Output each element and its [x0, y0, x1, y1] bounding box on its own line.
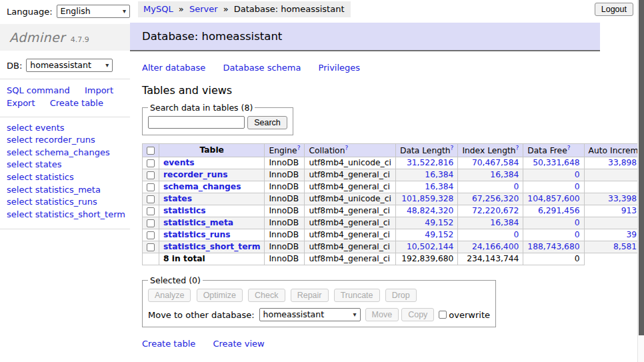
- data-free-link[interactable]: 0: [575, 230, 580, 239]
- total-label: 8 in total: [159, 253, 265, 265]
- language-select[interactable]: English ▾: [57, 5, 130, 18]
- column-header-data-free: Data Free?: [523, 144, 584, 157]
- table-link[interactable]: statistics_runs: [163, 230, 231, 239]
- row-checkbox[interactable]: [147, 183, 155, 191]
- overwrite-checkbox[interactable]: [439, 311, 447, 319]
- db-select[interactable]: homeassistant ▾: [26, 59, 113, 72]
- analyze-button[interactable]: Analyze: [148, 289, 191, 302]
- breadcrumb-link-mysql[interactable]: MySQL: [143, 4, 173, 14]
- drop-button[interactable]: Drop: [385, 289, 417, 302]
- data-length-link[interactable]: 16,384: [425, 170, 453, 179]
- index-length-link[interactable]: 72,220,672: [472, 206, 519, 215]
- index-length-link[interactable]: 24,166,400: [472, 242, 519, 251]
- index-length-link[interactable]: 16,384: [490, 170, 519, 179]
- data-free-link[interactable]: 188,743,680: [527, 242, 579, 251]
- index-length-link[interactable]: 70,467,584: [472, 158, 519, 167]
- engine-cell: InnoDB: [265, 181, 305, 193]
- help-link[interactable]: ?: [345, 145, 348, 151]
- sidebar-item-select-statistics-short-term[interactable]: select statistics_short_term: [7, 209, 130, 221]
- sidebar-item-select-recorder-runs[interactable]: select recorder_runs: [7, 134, 130, 147]
- row-checkbox[interactable]: [147, 195, 155, 203]
- database-action-links: Alter database Database schema Privilege…: [142, 63, 644, 73]
- select-all-checkbox[interactable]: [147, 147, 155, 155]
- sidebar-link-import[interactable]: Import: [85, 85, 113, 95]
- move-button[interactable]: Move: [365, 308, 399, 321]
- data-length-link[interactable]: 49,152: [425, 218, 453, 227]
- breadcrumb-link-server[interactable]: Server: [189, 4, 218, 14]
- logout-button[interactable]: Logout: [595, 3, 633, 16]
- collation-cell: utf8mb4_general_ci: [305, 217, 396, 229]
- create-view-link[interactable]: Create view: [213, 339, 264, 349]
- truncate-button[interactable]: Truncate: [334, 289, 380, 302]
- index-length-link[interactable]: 16,384: [490, 218, 519, 227]
- collation-cell: utf8mb4_general_ci: [305, 169, 396, 181]
- row-checkbox[interactable]: [147, 219, 155, 227]
- adminer-logo: Adminer 4.7.9: [0, 24, 130, 51]
- table-link[interactable]: schema_changes: [163, 182, 241, 191]
- index-length-link[interactable]: 0: [514, 182, 519, 191]
- table-link[interactable]: statistics: [163, 206, 206, 215]
- sidebar-item-select-schema-changes[interactable]: select schema_changes: [7, 147, 130, 159]
- data-length-link[interactable]: 101,859,328: [401, 194, 453, 203]
- selected-buttons: Analyze Optimize Check Repair Truncate D…: [148, 289, 490, 302]
- help-link[interactable]: ?: [567, 145, 571, 151]
- scrollbar-thumb[interactable]: [639, 0, 644, 335]
- create-table-link[interactable]: Create table: [142, 339, 195, 349]
- row-checkbox[interactable]: [147, 159, 155, 167]
- sidebar-item-select-statistics-runs[interactable]: select statistics_runs: [7, 196, 130, 209]
- table-link[interactable]: statistics_short_term: [163, 242, 260, 251]
- row-checkbox[interactable]: [147, 231, 155, 239]
- help-link[interactable]: ?: [516, 145, 519, 151]
- optimize-button[interactable]: Optimize: [197, 289, 243, 302]
- table-total-row: 8 in total InnoDB utf8mb4_general_ci 192…: [143, 253, 644, 265]
- total-data-free: 0: [523, 253, 584, 265]
- data-free-link[interactable]: 0: [575, 170, 580, 179]
- collation-cell: utf8mb4_general_ci: [305, 229, 396, 241]
- search-input[interactable]: [148, 116, 245, 129]
- data-free-link[interactable]: 0: [575, 182, 580, 191]
- check-button[interactable]: Check: [248, 289, 285, 302]
- vertical-scrollbar[interactable]: [637, 0, 644, 362]
- sidebar-item-select-statistics-meta[interactable]: select statistics_meta: [7, 184, 130, 197]
- index-length-link[interactable]: 0: [514, 230, 519, 239]
- sidebar-table-list: select events select recorder_runs selec…: [0, 117, 130, 223]
- table-row: states InnoDB utf8mb4_unicode_ci 101,859…: [143, 193, 644, 205]
- move-database-select[interactable]: homeassistant ▾: [259, 308, 361, 321]
- data-length-link[interactable]: 49,152: [425, 230, 453, 239]
- data-free-link[interactable]: 50,331,648: [533, 158, 579, 167]
- language-select-value: English: [61, 6, 91, 16]
- data-length-link[interactable]: 31,522,816: [407, 158, 453, 167]
- row-checkbox[interactable]: [147, 207, 155, 215]
- help-link[interactable]: ?: [451, 145, 454, 151]
- table-link[interactable]: recorder_runs: [163, 170, 227, 179]
- repair-button[interactable]: Repair: [291, 289, 329, 302]
- table-row: recorder_runs InnoDB utf8mb4_general_ci …: [143, 169, 644, 181]
- table-link[interactable]: states: [163, 194, 192, 203]
- sidebar-link-sql-command[interactable]: SQL command: [7, 85, 70, 95]
- sidebar-item-select-events[interactable]: select events: [7, 122, 130, 135]
- data-length-link[interactable]: 48,824,320: [407, 206, 453, 215]
- search-button[interactable]: Search: [247, 116, 287, 129]
- data-length-link[interactable]: 16,384: [425, 182, 453, 191]
- sidebar-item-select-statistics[interactable]: select statistics: [7, 171, 130, 184]
- sidebar-link-export[interactable]: Export: [7, 98, 35, 108]
- privileges-link[interactable]: Privileges: [319, 63, 361, 73]
- data-free-link[interactable]: 104,857,600: [527, 194, 579, 203]
- data-length-link[interactable]: 10,502,144: [407, 242, 453, 251]
- data-free-link[interactable]: 6,291,456: [538, 206, 580, 215]
- copy-button[interactable]: Copy: [401, 308, 434, 321]
- table-link[interactable]: events: [163, 158, 195, 167]
- sidebar-item-select-states[interactable]: select states: [7, 159, 130, 171]
- column-header-table[interactable]: Table: [159, 144, 265, 157]
- row-checkbox[interactable]: [147, 171, 155, 179]
- data-free-link[interactable]: 0: [575, 218, 580, 227]
- collation-cell: utf8mb4_general_ci: [305, 241, 396, 253]
- database-schema-link[interactable]: Database schema: [223, 63, 301, 73]
- sidebar-link-create-table[interactable]: Create table: [50, 98, 103, 108]
- alter-database-link[interactable]: Alter database: [142, 63, 205, 73]
- help-link[interactable]: ?: [297, 145, 301, 151]
- total-data-length: 192,839,680: [395, 253, 457, 265]
- table-link[interactable]: statistics_meta: [163, 218, 233, 227]
- row-checkbox[interactable]: [147, 243, 155, 251]
- index-length-link[interactable]: 67,256,320: [472, 194, 519, 203]
